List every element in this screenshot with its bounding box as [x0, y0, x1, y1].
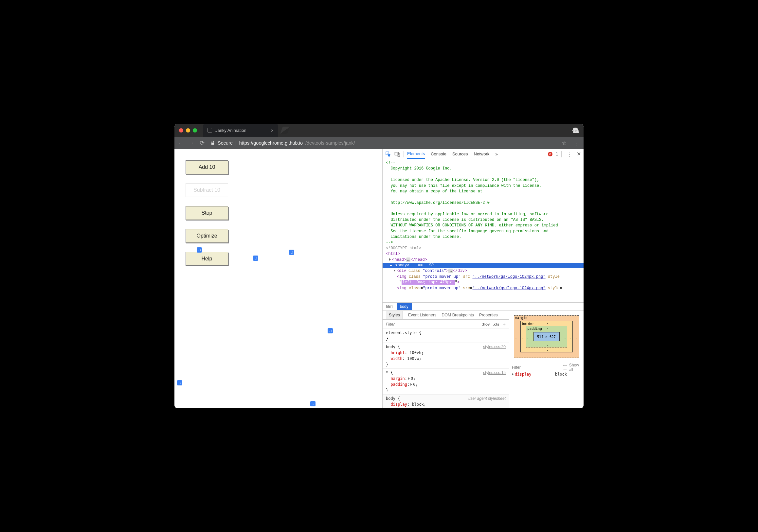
tabs-overflow-icon[interactable]: » — [495, 151, 498, 157]
computed-panel: margin - - - - border - - - - — [509, 311, 584, 408]
crumb-body[interactable]: body — [397, 303, 412, 310]
body-selected-line[interactable]: ⋯<body> == $0 — [383, 263, 584, 268]
img-line-1[interactable]: <img class="proto mover up" src="../netw… — [383, 274, 584, 285]
close-tab-icon[interactable]: × — [271, 128, 274, 133]
traffic-lights — [179, 128, 197, 133]
close-window-icon[interactable] — [179, 128, 183, 133]
cls-toggle[interactable]: .cls — [493, 322, 499, 326]
browser-window: Janky Animation × ← → ⟳ Secure | https:/… — [174, 124, 584, 408]
toolbar-divider — [403, 151, 404, 157]
minimize-window-icon[interactable] — [186, 128, 190, 133]
box-model[interactable]: margin - - - - border - - - - — [509, 311, 584, 363]
comment-line — [383, 206, 584, 211]
crumb-html[interactable]: html — [383, 303, 397, 310]
device-toggle-icon[interactable] — [395, 151, 400, 157]
inspect-element-icon[interactable] — [385, 151, 391, 157]
new-style-rule-button[interactable]: + — [503, 321, 506, 327]
styles-tabs: Styles Event Listeners DOM Breakpoints P… — [383, 311, 509, 320]
comment-line: See the License for the specific languag… — [383, 229, 584, 234]
tab-event-listeners[interactable]: Event Listeners — [408, 313, 436, 317]
sprite-icon — [310, 401, 316, 406]
reload-button[interactable]: ⟳ — [199, 139, 205, 147]
elements-tree[interactable]: <!-- Copyright 2016 Google Inc. Licensed… — [383, 159, 584, 302]
tab-title: Janky Animation — [215, 128, 246, 133]
browser-tab[interactable]: Janky Animation × — [203, 124, 278, 137]
toolbar-divider — [561, 151, 562, 157]
tab-properties[interactable]: Properties — [479, 313, 498, 317]
div-controls-line[interactable]: <div class="controls">…</div> — [383, 268, 584, 274]
maximize-window-icon[interactable] — [193, 128, 197, 133]
sprite-icon — [177, 380, 182, 385]
devtools-toolbar: Elements Console Sources Network » ✕ 1 ⋮… — [383, 149, 584, 159]
incognito-icon — [572, 127, 579, 133]
html-open-line[interactable]: <html> — [383, 251, 584, 257]
comment-line: --> — [383, 240, 584, 246]
comment-line: http://www.apache.org/licenses/LICENSE-2… — [383, 200, 584, 206]
styles-panel: Styles Event Listeners DOM Breakpoints P… — [383, 311, 509, 408]
tab-elements[interactable]: Elements — [407, 149, 425, 159]
head-line[interactable]: <head>…</head> — [383, 257, 584, 263]
tab-sources[interactable]: Sources — [452, 150, 468, 158]
devtools-close-button[interactable]: ✕ — [577, 151, 581, 157]
devtools-panel: Elements Console Sources Network » ✕ 1 ⋮… — [382, 149, 584, 408]
styles-filter-input[interactable] — [386, 322, 478, 326]
comment-line: <!-- — [383, 160, 584, 166]
comment-line: Unless required by applicable law or agr… — [383, 212, 584, 217]
comment-line: Copyright 2016 Google Inc. — [383, 166, 584, 171]
back-button[interactable]: ← — [178, 140, 184, 147]
sprite-icon — [327, 328, 333, 333]
error-count-icon[interactable]: ✕ — [548, 152, 552, 156]
show-all-checkbox[interactable] — [563, 365, 567, 369]
tab-console[interactable]: Console — [431, 150, 446, 158]
stop-button[interactable]: Stop — [186, 206, 228, 220]
doctype-line[interactable]: <!DOCTYPE html> — [383, 246, 584, 251]
devtools-menu-button[interactable]: ⋮ — [565, 150, 573, 158]
add-button[interactable]: Add 10 — [186, 160, 228, 174]
comment-line — [383, 172, 584, 177]
show-all-label: Show all — [569, 363, 581, 372]
lock-icon — [210, 141, 215, 145]
titlebar: Janky Animation × — [174, 124, 584, 137]
computed-filter-bar: Show all — [509, 363, 584, 371]
address-separator: | — [235, 140, 237, 146]
content-area: Add 10 Subtract 10 Stop Optimize Help El… — [174, 149, 584, 408]
new-tab-button[interactable] — [280, 127, 290, 134]
source-link[interactable]: styles.css:15 — [483, 370, 506, 376]
breadcrumb: html body — [383, 302, 584, 310]
page-icon — [208, 128, 212, 133]
tab-network[interactable]: Network — [474, 150, 490, 158]
comment-line: You may obtain a copy of the License at — [383, 189, 584, 194]
address-host: https://googlechrome.github.io — [239, 140, 303, 146]
computed-filter-input[interactable] — [512, 365, 561, 370]
img-line-2[interactable]: <img class="proto mover up" src="../netw… — [383, 285, 584, 291]
hov-toggle[interactable]: :hov — [482, 322, 490, 326]
comment-line: you may not use this file except in comp… — [383, 183, 584, 189]
devtools-lower-pane: Styles Event Listeners DOM Breakpoints P… — [383, 310, 584, 408]
page: Add 10 Subtract 10 Stop Optimize Help — [174, 149, 382, 408]
comment-line: Licensed under the Apache License, Versi… — [383, 177, 584, 183]
controls: Add 10 Subtract 10 Stop Optimize Help — [174, 149, 382, 277]
tab-styles[interactable]: Styles — [386, 311, 403, 319]
subtract-button: Subtract 10 — [186, 183, 228, 197]
secure-label: Secure — [218, 140, 233, 146]
sprite-icon — [197, 247, 202, 252]
optimize-button[interactable]: Optimize — [186, 229, 228, 243]
styles-filter-bar: :hov .cls + — [383, 320, 509, 329]
forward-button: → — [188, 140, 195, 147]
bookmark-star-icon[interactable]: ☆ — [562, 140, 567, 147]
computed-list[interactable]: display block — [509, 371, 584, 408]
browser-menu-button[interactable]: ⋮ — [572, 139, 580, 147]
help-button[interactable]: Help — [186, 252, 228, 266]
sprite-icon — [253, 255, 258, 261]
sprite-icon — [346, 408, 352, 408]
error-count: 1 — [556, 151, 558, 156]
source-link[interactable]: styles.css:20 — [483, 344, 506, 350]
comment-line — [383, 194, 584, 200]
address-bar[interactable]: Secure | https://googlechrome.github.io/… — [209, 140, 568, 147]
styles-body[interactable]: element.style {} styles.css:20 body { he… — [383, 329, 509, 408]
comment-line: distributed under the License is distrib… — [383, 217, 584, 223]
toolbar: ← → ⟳ Secure | https://googlechrome.gith… — [174, 137, 584, 149]
devtools-tabs: Elements Console Sources Network » — [407, 149, 498, 159]
tab-dom-breakpoints[interactable]: DOM Breakpoints — [441, 313, 474, 317]
comment-line: WITHOUT WARRANTIES OR CONDITIONS OF ANY … — [383, 223, 584, 228]
